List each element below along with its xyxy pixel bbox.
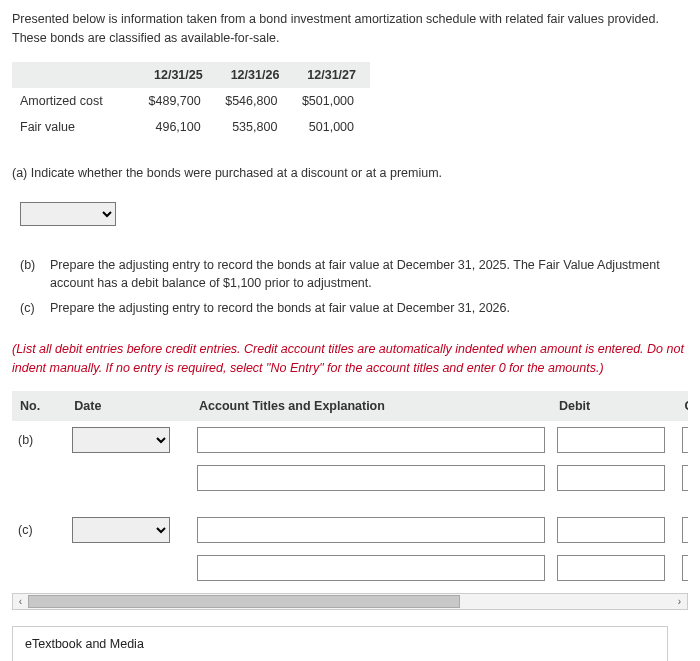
cell: $546,800 xyxy=(217,88,294,114)
credit-input[interactable] xyxy=(682,465,688,491)
table-row: Amortized cost $489,700 $546,800 $501,00… xyxy=(12,88,370,114)
journal-entry-container: No. Date Account Titles and Explanation … xyxy=(12,391,688,587)
table-row: Fair value 496,100 535,800 501,000 xyxy=(12,114,370,140)
table-row: (b) xyxy=(12,421,688,459)
account-input[interactable] xyxy=(197,555,545,581)
credit-input[interactable] xyxy=(682,517,688,543)
account-input[interactable] xyxy=(197,427,545,453)
part-b-label: (b) xyxy=(20,256,50,294)
date-select[interactable] xyxy=(72,427,170,453)
intro-text: Presented below is information taken fro… xyxy=(12,10,688,48)
cell: 535,800 xyxy=(217,114,294,140)
account-input[interactable] xyxy=(197,517,545,543)
part-c-label: (c) xyxy=(20,299,50,318)
debit-input[interactable] xyxy=(557,427,665,453)
credit-input[interactable] xyxy=(682,427,688,453)
je-header-acct: Account Titles and Explanation xyxy=(191,391,551,421)
bond-data-table: 12/31/25 12/31/26 12/31/27 Amortized cos… xyxy=(12,62,370,140)
cell: 501,000 xyxy=(293,114,370,140)
horizontal-scrollbar[interactable]: ‹ › xyxy=(12,593,688,610)
cell: 496,100 xyxy=(140,114,217,140)
journal-entry-table: No. Date Account Titles and Explanation … xyxy=(12,391,688,587)
scroll-right-icon[interactable]: › xyxy=(672,596,687,607)
part-c-text: Prepare the adjusting entry to record th… xyxy=(50,299,688,318)
debit-input[interactable] xyxy=(557,465,665,491)
date-select[interactable] xyxy=(72,517,170,543)
row-no: (b) xyxy=(12,421,66,459)
col-header-3: 12/31/27 xyxy=(293,62,370,88)
discount-premium-select[interactable] xyxy=(20,202,116,226)
je-header-date: Date xyxy=(66,391,191,421)
col-header-1: 12/31/25 xyxy=(140,62,217,88)
row-label: Fair value xyxy=(12,114,140,140)
row-no: (c) xyxy=(12,511,66,549)
scroll-left-icon[interactable]: ‹ xyxy=(13,596,28,607)
debit-input[interactable] xyxy=(557,555,665,581)
cell: $501,000 xyxy=(293,88,370,114)
blank-header xyxy=(12,62,140,88)
etextbook-button[interactable]: eTextbook and Media xyxy=(12,626,668,661)
credit-input[interactable] xyxy=(682,555,688,581)
table-row: (c) xyxy=(12,511,688,549)
part-b-text: Prepare the adjusting entry to record th… xyxy=(50,256,688,294)
cell: $489,700 xyxy=(140,88,217,114)
table-row xyxy=(12,459,688,497)
je-header-no: No. xyxy=(12,391,66,421)
je-header-debit: Debit xyxy=(551,391,676,421)
je-header-credit: Cred xyxy=(676,391,688,421)
part-a-text: (a) Indicate whether the bonds were purc… xyxy=(12,166,688,180)
instruction-text: (List all debit entries before credit en… xyxy=(12,340,688,378)
row-label: Amortized cost xyxy=(12,88,140,114)
scroll-thumb[interactable] xyxy=(28,595,460,608)
col-header-2: 12/31/26 xyxy=(217,62,294,88)
debit-input[interactable] xyxy=(557,517,665,543)
account-input[interactable] xyxy=(197,465,545,491)
table-row xyxy=(12,549,688,587)
